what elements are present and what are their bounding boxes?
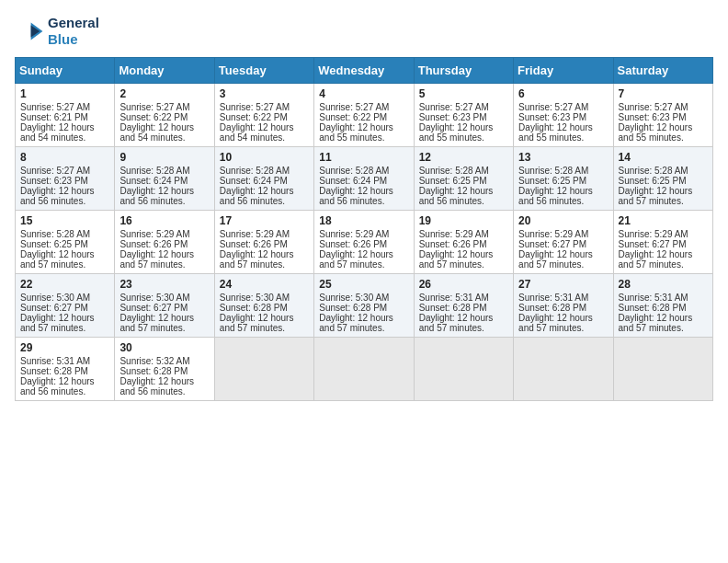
sunset-label: Sunset: 6:26 PM — [220, 239, 288, 249]
weekday-header: Monday — [115, 58, 214, 84]
daylight-label: Daylight: 12 hours and 56 minutes. — [20, 376, 95, 396]
calendar-cell: 15 Sunrise: 5:28 AM Sunset: 6:25 PM Dayl… — [16, 211, 115, 274]
day-number: 21 — [619, 214, 708, 227]
sunrise-label: Sunrise: 5:27 AM — [220, 102, 290, 112]
calendar-cell — [314, 338, 414, 401]
calendar-cell: 7 Sunrise: 5:27 AM Sunset: 6:23 PM Dayli… — [613, 84, 712, 147]
daylight-label: Daylight: 12 hours and 56 minutes. — [119, 186, 194, 206]
day-number: 19 — [419, 214, 508, 227]
sunset-label: Sunset: 6:23 PM — [419, 112, 487, 122]
calendar-cell: 30 Sunrise: 5:32 AM Sunset: 6:28 PM Dayl… — [115, 338, 214, 401]
calendar-cell: 17 Sunrise: 5:29 AM Sunset: 6:26 PM Dayl… — [214, 211, 313, 274]
daylight-label: Daylight: 12 hours and 57 minutes. — [319, 313, 393, 333]
day-number: 11 — [319, 151, 408, 164]
calendar-body: 1 Sunrise: 5:27 AM Sunset: 6:21 PM Dayli… — [16, 84, 713, 401]
weekday-header: Sunday — [16, 58, 115, 84]
daylight-label: Daylight: 12 hours and 57 minutes. — [518, 249, 593, 270]
day-number: 13 — [518, 151, 608, 164]
sunset-label: Sunset: 6:25 PM — [20, 239, 88, 249]
calendar-table: SundayMondayTuesdayWednesdayThursdayFrid… — [15, 57, 713, 401]
sunset-label: Sunset: 6:28 PM — [119, 366, 188, 376]
daylight-label: Daylight: 12 hours and 55 minutes. — [319, 122, 393, 143]
day-number: 15 — [20, 214, 109, 227]
day-number: 28 — [619, 278, 708, 291]
sunrise-label: Sunrise: 5:30 AM — [119, 293, 189, 303]
daylight-label: Daylight: 12 hours and 56 minutes. — [20, 186, 95, 206]
daylight-label: Daylight: 12 hours and 56 minutes. — [419, 186, 494, 206]
calendar-cell: 21 Sunrise: 5:29 AM Sunset: 6:27 PM Dayl… — [613, 211, 712, 274]
sunset-label: Sunset: 6:21 PM — [20, 112, 88, 122]
day-number: 14 — [619, 151, 708, 164]
sunset-label: Sunset: 6:28 PM — [518, 303, 586, 313]
calendar-cell: 4 Sunrise: 5:27 AM Sunset: 6:22 PM Dayli… — [314, 84, 414, 147]
daylight-label: Daylight: 12 hours and 56 minutes. — [518, 186, 593, 206]
daylight-label: Daylight: 12 hours and 55 minutes. — [619, 122, 693, 143]
sunset-label: Sunset: 6:28 PM — [619, 303, 687, 313]
calendar-week-row: 22 Sunrise: 5:30 AM Sunset: 6:27 PM Dayl… — [16, 274, 713, 338]
calendar-cell: 23 Sunrise: 5:30 AM Sunset: 6:27 PM Dayl… — [115, 274, 214, 338]
day-number: 25 — [319, 278, 408, 291]
sunrise-label: Sunrise: 5:27 AM — [518, 102, 588, 112]
calendar-cell: 27 Sunrise: 5:31 AM Sunset: 6:28 PM Dayl… — [514, 274, 613, 338]
calendar-week-row: 29 Sunrise: 5:31 AM Sunset: 6:28 PM Dayl… — [16, 338, 713, 401]
sunrise-label: Sunrise: 5:28 AM — [20, 229, 90, 239]
day-number: 12 — [419, 151, 508, 164]
calendar-cell: 6 Sunrise: 5:27 AM Sunset: 6:23 PM Dayli… — [514, 84, 613, 147]
sunset-label: Sunset: 6:24 PM — [119, 176, 188, 186]
weekday-header: Friday — [514, 58, 613, 84]
sunset-label: Sunset: 6:27 PM — [119, 303, 188, 313]
logo-icon — [15, 17, 44, 46]
day-number: 7 — [619, 87, 708, 100]
day-number: 27 — [518, 278, 608, 291]
sunrise-label: Sunrise: 5:29 AM — [319, 229, 389, 239]
sunset-label: Sunset: 6:23 PM — [20, 176, 88, 186]
sunset-label: Sunset: 6:25 PM — [419, 176, 487, 186]
calendar-cell: 11 Sunrise: 5:28 AM Sunset: 6:24 PM Dayl… — [314, 147, 414, 211]
day-number: 20 — [518, 214, 608, 227]
day-number: 17 — [220, 214, 309, 227]
calendar-cell — [514, 338, 613, 401]
daylight-label: Daylight: 12 hours and 57 minutes. — [220, 313, 294, 333]
daylight-label: Daylight: 12 hours and 56 minutes. — [119, 376, 194, 396]
sunrise-label: Sunrise: 5:29 AM — [119, 229, 189, 239]
calendar-cell: 16 Sunrise: 5:29 AM Sunset: 6:26 PM Dayl… — [115, 211, 214, 274]
calendar-cell — [214, 338, 313, 401]
page-header: General Blue — [15, 15, 713, 48]
sunset-label: Sunset: 6:24 PM — [220, 176, 288, 186]
daylight-label: Daylight: 12 hours and 57 minutes. — [619, 313, 693, 333]
sunrise-label: Sunrise: 5:28 AM — [319, 166, 389, 176]
sunrise-label: Sunrise: 5:30 AM — [20, 293, 90, 303]
daylight-label: Daylight: 12 hours and 57 minutes. — [20, 313, 95, 333]
calendar-cell: 22 Sunrise: 5:30 AM Sunset: 6:27 PM Dayl… — [16, 274, 115, 338]
sunrise-label: Sunrise: 5:27 AM — [20, 166, 90, 176]
calendar-cell: 3 Sunrise: 5:27 AM Sunset: 6:22 PM Dayli… — [214, 84, 313, 147]
sunrise-label: Sunrise: 5:27 AM — [119, 102, 189, 112]
sunrise-label: Sunrise: 5:30 AM — [220, 293, 290, 303]
calendar-cell: 29 Sunrise: 5:31 AM Sunset: 6:28 PM Dayl… — [16, 338, 115, 401]
daylight-label: Daylight: 12 hours and 55 minutes. — [419, 122, 494, 143]
day-number: 24 — [220, 278, 309, 291]
sunrise-label: Sunrise: 5:29 AM — [419, 229, 489, 239]
sunset-label: Sunset: 6:22 PM — [319, 112, 387, 122]
daylight-label: Daylight: 12 hours and 57 minutes. — [319, 249, 393, 270]
calendar-week-row: 15 Sunrise: 5:28 AM Sunset: 6:25 PM Dayl… — [16, 211, 713, 274]
weekday-header: Thursday — [414, 58, 513, 84]
sunset-label: Sunset: 6:28 PM — [220, 303, 288, 313]
sunset-label: Sunset: 6:23 PM — [619, 112, 687, 122]
sunrise-label: Sunrise: 5:29 AM — [518, 229, 588, 239]
day-number: 30 — [119, 341, 209, 354]
calendar-cell: 25 Sunrise: 5:30 AM Sunset: 6:28 PM Dayl… — [314, 274, 414, 338]
sunset-label: Sunset: 6:26 PM — [119, 239, 188, 249]
sunrise-label: Sunrise: 5:27 AM — [419, 102, 489, 112]
calendar-cell: 19 Sunrise: 5:29 AM Sunset: 6:26 PM Dayl… — [414, 211, 513, 274]
sunrise-label: Sunrise: 5:28 AM — [419, 166, 489, 176]
daylight-label: Daylight: 12 hours and 57 minutes. — [619, 249, 693, 270]
sunset-label: Sunset: 6:22 PM — [220, 112, 288, 122]
sunset-label: Sunset: 6:28 PM — [20, 366, 88, 376]
calendar-cell: 9 Sunrise: 5:28 AM Sunset: 6:24 PM Dayli… — [115, 147, 214, 211]
sunset-label: Sunset: 6:24 PM — [319, 176, 387, 186]
weekday-header: Tuesday — [214, 58, 313, 84]
sunrise-label: Sunrise: 5:30 AM — [319, 293, 389, 303]
sunset-label: Sunset: 6:23 PM — [518, 112, 586, 122]
daylight-label: Daylight: 12 hours and 56 minutes. — [319, 186, 393, 206]
